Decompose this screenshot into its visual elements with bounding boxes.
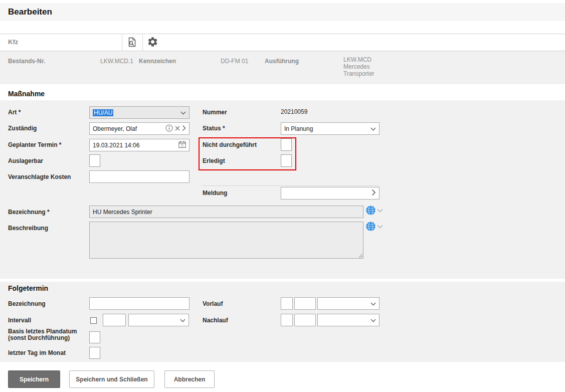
page-title: Bearbeiten [0,7,52,17]
basis-plandatum-checkbox[interactable] [89,331,100,343]
globe-icon [365,221,376,233]
intervall-checkbox[interactable] [90,317,97,324]
dropdown-chevron-icon [180,109,186,116]
art-select[interactable]: HU/AU [89,106,190,119]
nachlauf-label: Nachlauf [203,317,228,324]
clear-icon[interactable] [175,125,180,132]
folgetermin-heading: Folgetermin [8,284,48,292]
basis-plandatum-label: Basis letztes Plandatum (sonst Durchführ… [8,328,86,341]
gear-icon [147,36,158,49]
geplanter-termin-label: Geplanter Termin * [8,141,61,148]
geplanter-termin-input[interactable]: 19.03.2021 14:06 [89,139,190,151]
settings-button[interactable] [146,36,159,49]
massnahme-heading: Maßnahme [8,90,45,98]
chevron-right-icon[interactable] [182,125,186,133]
dropdown-chevron-icon [370,125,376,132]
bezeichnung-label: Bezeichnung * [8,209,50,216]
ausfuehrung-label: Ausführung [265,58,299,65]
nachlauf-unit-select[interactable] [317,314,380,326]
toolbar-separator [142,34,143,51]
status-label: Status * [203,125,225,132]
nummer-value: 20210059 [281,108,307,115]
nummer-label: Nummer [203,109,227,116]
toolbar-separator [122,34,122,51]
kennzeichen-value: DD-FM 01 [221,58,248,65]
save-button[interactable]: Speichern [8,370,60,388]
status-selected-value: In Planung [284,125,313,132]
zustaendig-label: Zuständig [8,125,37,132]
divider [0,34,565,34]
bestands-nr-value: LKW.MCD.1 [100,58,133,65]
erledigt-label: Erledigt [203,157,225,164]
divider [203,185,380,186]
beschreibung-textarea[interactable] [89,222,363,259]
art-label: Art * [8,109,21,116]
vorlauf-input-2[interactable] [294,297,316,310]
erledigt-checkbox[interactable] [281,154,292,167]
edit-window: Bearbeiten Kfz Bestands-Nr. LKW.MCD.1 Ke… [0,0,565,392]
vorlauf-label: Vorlauf [203,300,223,307]
letzter-tag-label: letzter Tag im Monat [8,349,66,356]
kfz-panel [0,51,565,84]
chevron-right-icon[interactable] [371,189,376,198]
zustaendig-value: Obermeyer, Olaf [93,125,137,132]
geplanter-termin-value: 19.03.2021 14:06 [93,142,139,149]
kfz-section-label: Kfz [8,38,18,46]
intervall-label: Intervall [8,317,31,324]
globe-icon [365,205,376,217]
translate-button[interactable] [365,206,376,217]
translate-button[interactable] [365,222,376,233]
beschreibung-label: Beschreibung [8,225,48,232]
bestands-nr-label: Bestands-Nr. [8,58,45,65]
vorlauf-input-1[interactable] [281,297,293,310]
folge-bezeichnung-label: Bezeichnung [8,300,46,307]
preview-button[interactable] [125,36,138,49]
art-selected-value: HU/AU [93,109,113,116]
meldung-field[interactable] [281,187,380,200]
veranschlagte-kosten-label: Veranschlagte Kosten [8,173,71,180]
auslagerbar-label: Auslagerbar [8,157,43,164]
veranschlagte-kosten-input[interactable] [89,170,190,183]
kennzeichen-label: Kennzeichen [139,58,176,65]
letzter-tag-checkbox[interactable] [89,347,100,359]
save-and-close-button[interactable]: Speichern und Schließen [69,370,154,388]
expand-languages-button[interactable] [376,224,384,230]
dropdown-chevron-icon [370,317,376,324]
bezeichnung-input[interactable] [89,206,363,218]
cancel-button[interactable]: Abbrechen [164,370,215,388]
title-bar: Bearbeiten [0,3,565,21]
dropdown-chevron-icon [180,317,185,324]
auslagerbar-checkbox[interactable] [89,154,100,167]
expand-languages-button[interactable] [376,208,384,214]
zustaendig-field[interactable]: Obermeyer, Olaf [89,122,190,135]
preview-icon [126,36,138,50]
status-select[interactable]: In Planung [281,122,380,135]
dropdown-chevron-icon [370,300,376,307]
nicht-durchgefuehrt-label: Nicht durchgeführt [203,141,257,148]
intervall-value-input[interactable] [103,314,126,326]
vorlauf-unit-select[interactable] [317,297,380,310]
chevron-down-icon [376,224,384,231]
calendar-icon[interactable] [178,140,186,150]
ausfuehrung-value: LKW.MCD Mercedes Transporter [343,56,389,77]
folge-bezeichnung-input[interactable] [89,297,190,310]
nachlauf-input-1[interactable] [281,314,293,326]
nicht-durchgefuehrt-checkbox[interactable] [281,138,292,151]
intervall-unit-select[interactable] [128,314,189,326]
meldung-label: Meldung [203,189,227,197]
info-icon[interactable] [165,124,173,133]
chevron-down-icon [376,208,384,215]
nachlauf-input-2[interactable] [294,314,316,326]
